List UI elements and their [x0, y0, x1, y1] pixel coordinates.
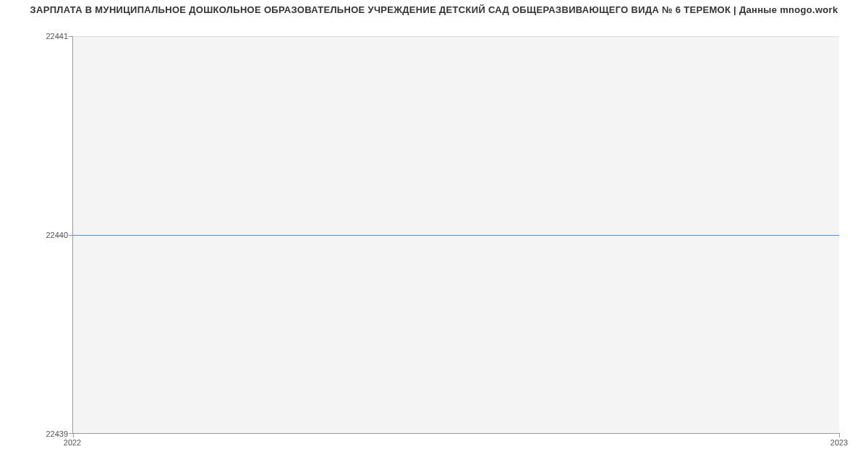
y-tick-label: 22441 — [3, 32, 68, 40]
plot-area — [72, 36, 839, 434]
y-tick-label: 22439 — [3, 430, 68, 438]
x-tick-label: 2023 — [830, 438, 848, 447]
chart-title: ЗАРПЛАТА В МУНИЦИПАЛЬНОЕ ДОШКОЛЬНОЕ ОБРА… — [0, 4, 868, 15]
y-tick-label: 22440 — [3, 231, 68, 239]
salary-line-chart: ЗАРПЛАТА В МУНИЦИПАЛЬНОЕ ДОШКОЛЬНОЕ ОБРА… — [0, 0, 868, 470]
series-line-salary — [73, 235, 839, 236]
x-tick-label: 2022 — [64, 438, 81, 447]
